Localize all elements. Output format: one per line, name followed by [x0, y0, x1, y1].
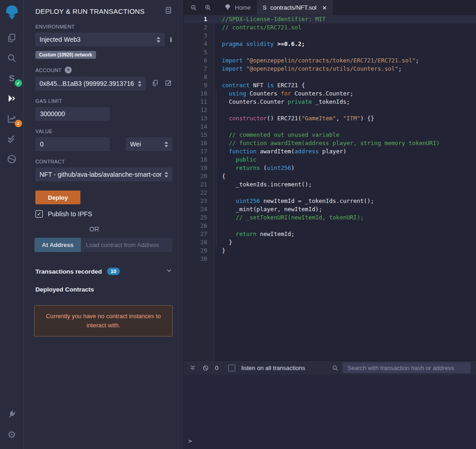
line-code: using Counters for Counters.Counter;: [214, 90, 353, 98]
terminal-search-icon: [332, 365, 339, 371]
code-line[interactable]: 14: [184, 123, 476, 131]
line-number: 28: [184, 238, 214, 247]
account-select[interactable]: 0x845...B1aB3 (999992.3913716: [35, 77, 146, 90]
line-code: pragma solidity >=0.6.2;: [214, 40, 305, 48]
solidity-compiler-icon[interactable]: S ✓: [5, 71, 19, 85]
gas-limit-input[interactable]: [35, 107, 110, 121]
add-account-icon[interactable]: +: [65, 67, 72, 73]
publish-ipfs-checkbox[interactable]: ✓: [35, 210, 43, 218]
line-code: // commented out unused variable: [214, 131, 340, 139]
close-tab-icon[interactable]: ×: [323, 4, 327, 11]
code-line[interactable]: 22: [184, 189, 476, 197]
panel-title: DEPLOY & RUN TRANSACTIONS: [35, 7, 145, 15]
code-line[interactable]: 11 Counters.Counter private _tokenIds;: [184, 98, 476, 106]
search-icon[interactable]: [5, 51, 19, 65]
terminal-console[interactable]: >: [184, 375, 476, 449]
code-line[interactable]: 27 return newItemId;: [184, 230, 476, 238]
line-number: 5: [184, 48, 214, 56]
line-number: 21: [184, 180, 214, 189]
environment-info-icon[interactable]: i: [170, 36, 172, 44]
code-line[interactable]: 24 _mint(player, newItemId);: [184, 205, 476, 213]
environment-select[interactable]: Injected Web3: [35, 33, 164, 46]
code-line[interactable]: 8: [184, 73, 476, 81]
code-line[interactable]: 26: [184, 222, 476, 230]
line-code: function awardItem(address player): [214, 147, 346, 156]
value-unit-select[interactable]: Wei: [126, 137, 172, 151]
code-line[interactable]: 28 }: [184, 238, 476, 247]
code-line[interactable]: 23 uint256 newItemId = _tokenIds.current…: [184, 197, 476, 205]
code-line[interactable]: 4pragma solidity >=0.6.2;: [184, 40, 476, 48]
publish-ipfs-label: Publish to IPFS: [48, 210, 92, 218]
deploy-run-icon[interactable]: [5, 91, 19, 105]
line-code: import "@openzeppelin/contracts/utils/Co…: [214, 65, 402, 73]
line-code: [214, 123, 222, 131]
indent-guide: [216, 90, 216, 246]
line-number: 12: [184, 106, 214, 114]
code-line[interactable]: 17 function awardItem(address player): [184, 147, 476, 156]
listen-transactions-checkbox[interactable]: [228, 365, 235, 371]
copy-account-icon[interactable]: [151, 79, 159, 89]
tab-home[interactable]: Home: [218, 0, 257, 15]
line-code: public: [214, 156, 256, 164]
code-editor[interactable]: 1//SPDX-License-Identifier: MIT2// contr…: [184, 15, 476, 360]
code-line[interactable]: 2// contracts/ERC721.sol: [184, 23, 476, 32]
gear-glyph: ⚙: [7, 430, 16, 439]
zoom-in-icon[interactable]: [204, 4, 211, 11]
line-number: 15: [184, 131, 214, 139]
line-number: 18: [184, 156, 214, 164]
line-code: [214, 189, 222, 197]
clear-console-icon[interactable]: [202, 365, 209, 371]
code-lines: 1//SPDX-License-Identifier: MIT2// contr…: [184, 15, 476, 263]
plugin-manager-icon[interactable]: [5, 407, 19, 421]
file-explorer-icon[interactable]: [5, 31, 19, 45]
code-line[interactable]: 30: [184, 255, 476, 263]
expand-terminal-icon[interactable]: [189, 365, 196, 371]
code-line[interactable]: 7import "@openzeppelin/contracts/utils/C…: [184, 65, 476, 73]
line-code: // contracts/ERC721.sol: [214, 23, 301, 32]
line-code: contract NFT is ERC721 {: [214, 81, 305, 90]
static-analysis-icon[interactable]: 1: [5, 112, 19, 125]
terminal-search-input[interactable]: [343, 362, 470, 373]
value-input[interactable]: [35, 137, 110, 151]
code-line[interactable]: 10 using Counters for Counters.Counter;: [184, 90, 476, 98]
debugger-icon[interactable]: [5, 152, 19, 166]
remix-logo-icon[interactable]: [3, 3, 21, 21]
line-code: }: [214, 247, 226, 255]
line-number: 16: [184, 139, 214, 147]
terminal-toolbar: 0 listen on all transactions: [184, 360, 476, 375]
editor-tabbar: Home S contracts/NFT.sol ×: [184, 0, 476, 15]
code-line[interactable]: 3: [184, 32, 476, 40]
transactions-recorded-row[interactable]: Transactions recorded 10: [35, 267, 172, 275]
code-line[interactable]: 20{: [184, 172, 476, 180]
code-line[interactable]: 25 // _setTokenURI(newItemId, tokenURI);: [184, 213, 476, 222]
at-address-input[interactable]: [81, 238, 172, 252]
sign-message-icon[interactable]: [164, 79, 172, 89]
deploy-button[interactable]: Deploy: [35, 191, 80, 204]
code-line[interactable]: 15 // commented out unused variable: [184, 131, 476, 139]
code-line[interactable]: 29}: [184, 247, 476, 255]
line-code: _mint(player, newItemId);: [214, 205, 322, 213]
documentation-icon[interactable]: [164, 6, 172, 16]
code-line[interactable]: 12: [184, 106, 476, 114]
line-code: [214, 73, 222, 81]
code-line[interactable]: 21 _tokenIds.increment();: [184, 180, 476, 189]
code-line[interactable]: 18 public: [184, 156, 476, 164]
chevron-down-icon[interactable]: [166, 267, 172, 275]
code-line[interactable]: 5: [184, 48, 476, 56]
zoom-out-icon[interactable]: [190, 4, 197, 11]
line-code: Counters.Counter private _tokenIds;: [214, 98, 350, 106]
contract-select[interactable]: NFT - github/ava-labs/avalanche-smart-co…: [35, 168, 172, 181]
code-line[interactable]: 6import "@openzeppelin/contracts/token/E…: [184, 56, 476, 65]
code-line[interactable]: 13 constructor() ERC721("GameItem", "ITM…: [184, 114, 476, 123]
tab-nft-sol[interactable]: S contracts/NFT.sol ×: [257, 0, 333, 15]
deploy-run-panel: DEPLOY & RUN TRANSACTIONS ENVIRONMENT In…: [24, 0, 184, 449]
code-line[interactable]: 1//SPDX-License-Identifier: MIT: [184, 15, 476, 23]
line-code: import "@openzeppelin/contracts/token/ER…: [214, 56, 419, 65]
select-arrows-icon: [164, 172, 168, 178]
settings-icon[interactable]: ⚙: [5, 427, 19, 441]
code-line[interactable]: 9contract NFT is ERC721 {: [184, 81, 476, 90]
unit-testing-icon[interactable]: [5, 132, 19, 146]
code-line[interactable]: 16 // function awardItem(address player,…: [184, 139, 476, 147]
code-line[interactable]: 19 returns (uint256): [184, 164, 476, 172]
at-address-button[interactable]: At Address: [34, 238, 81, 252]
